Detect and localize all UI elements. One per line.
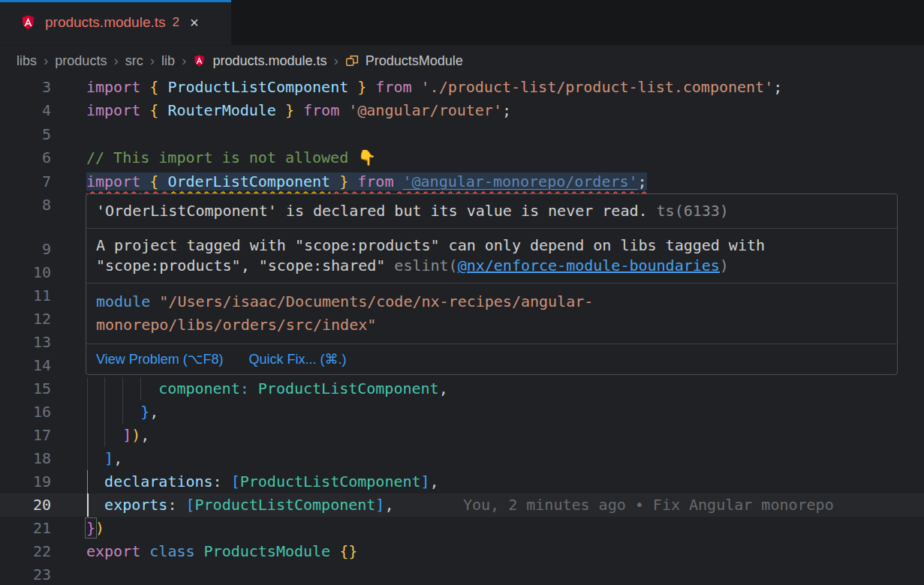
line-number-17[interactable]: 17 <box>0 424 51 447</box>
code-token <box>86 496 104 514</box>
code-token: ] <box>122 426 131 444</box>
code-token <box>140 101 149 119</box>
hover-row: "scope:products", "scope:shared" eslint(… <box>96 256 887 276</box>
breadcrumb-item-symbol[interactable]: ProductsModule <box>366 53 463 69</box>
code-token <box>86 380 158 398</box>
line-number-11[interactable]: 11 <box>0 284 51 308</box>
code-line-15[interactable]: component: ProductListComponent, <box>86 377 448 400</box>
chevron-right-icon: › <box>44 52 48 69</box>
code-token: RouterModule <box>167 101 276 119</box>
code-line-19[interactable]: declarations: [ProductListComponent], <box>86 470 439 494</box>
code-token: ) <box>131 426 140 444</box>
code-token <box>86 472 104 490</box>
line-number-22[interactable]: 22 <box>0 540 51 563</box>
code-token <box>86 403 140 421</box>
chevron-right-icon: › <box>182 52 186 69</box>
code-token: } <box>86 519 95 537</box>
line-number-7[interactable]: 7 <box>0 170 51 194</box>
code-line-16[interactable]: }, <box>86 400 158 424</box>
code-token <box>393 172 402 190</box>
code-token: component <box>158 380 239 398</box>
line-number-12[interactable]: 12 <box>0 308 51 331</box>
line-number-14[interactable]: 14 <box>0 354 51 377</box>
line-number-16[interactable]: 16 <box>0 400 51 424</box>
hover-text: module <box>96 292 159 310</box>
code-token <box>158 172 167 190</box>
hover-section-2: A project tagged with "scope:products" c… <box>86 229 897 284</box>
breadcrumb-item-products[interactable]: products <box>55 53 107 69</box>
close-icon[interactable]: × <box>190 14 199 32</box>
code-token: import <box>86 78 140 96</box>
line-number-23[interactable]: 23 <box>0 563 51 585</box>
breadcrumb-item-libs[interactable]: libs <box>17 53 37 69</box>
code-token: ; <box>638 172 647 190</box>
problem-hover: 'OrderListComponent' is declared but its… <box>86 194 898 375</box>
code-token: : <box>213 472 231 490</box>
code-token <box>330 172 339 190</box>
code-line-20[interactable]: exports: [ProductListComponent], <box>86 494 393 517</box>
code-token: ProductListComponent <box>167 78 348 96</box>
line-number-15[interactable]: 15 <box>0 377 51 400</box>
quick-fix-button[interactable]: Quick Fix... (⌘.) <box>248 351 346 368</box>
code-token: { <box>149 101 158 119</box>
git-blame-annotation[interactable]: You, 2 minutes ago • Fix Angular monorep… <box>463 494 834 517</box>
code-token <box>195 542 204 560</box>
code-token <box>348 78 357 96</box>
code-token: ] <box>375 496 384 514</box>
line-number-6[interactable]: 6 <box>0 146 51 170</box>
line-number-13[interactable]: 13 <box>0 331 51 354</box>
tab-bar: products.module.ts 2 × <box>0 0 924 46</box>
code-token <box>276 101 285 119</box>
breadcrumb-item-lib[interactable]: lib <box>161 53 175 69</box>
code-line-18[interactable]: ], <box>86 447 122 470</box>
code-token: } <box>357 78 366 96</box>
vscode-editor-window: products.module.ts 2 × libs › products ›… <box>0 0 924 585</box>
code-line-4[interactable]: import { RouterModule } from '@angular/r… <box>86 99 511 122</box>
code-token <box>158 101 167 119</box>
line-number-20[interactable]: 20 <box>0 494 51 517</box>
code-token: , <box>113 449 122 467</box>
line-number-4[interactable]: 4 <box>0 99 51 122</box>
code-token <box>86 449 104 467</box>
code-token: { <box>149 172 158 190</box>
line-number-5[interactable]: 5 <box>0 123 51 146</box>
code-token: , <box>149 403 158 421</box>
symbol-class-icon <box>345 54 359 68</box>
code-token: ; <box>502 101 511 119</box>
hover-actions: View Problem (⌥F8) Quick Fix... (⌘.) <box>86 344 897 374</box>
line-number-3[interactable]: 3 <box>0 76 51 99</box>
line-number-19[interactable]: 19 <box>0 470 51 494</box>
code-token <box>140 78 149 96</box>
line-number-21[interactable]: 21 <box>0 517 51 540</box>
angular-icon <box>20 14 36 31</box>
code-token: ProductListComponent <box>240 472 421 490</box>
code-token: declarations <box>104 472 213 490</box>
line-number-9[interactable]: 9 <box>0 238 51 261</box>
tab-problem-count-badge: 2 <box>173 15 179 30</box>
line-number-8[interactable]: 8 <box>0 194 51 217</box>
code-token: : <box>240 380 249 398</box>
breadcrumb-item-src[interactable]: src <box>125 53 143 69</box>
angular-icon <box>193 54 206 68</box>
code-line-6[interactable]: // This import is not allowed 👇 <box>86 146 376 170</box>
code-token <box>294 101 303 119</box>
view-problem-button[interactable]: View Problem (⌥F8) <box>96 351 223 368</box>
code-token <box>330 542 339 560</box>
code-line-22[interactable]: export class ProductsModule {} <box>86 540 357 563</box>
code-token: import <box>86 172 140 190</box>
breadcrumb-item-file[interactable]: products.module.ts <box>212 53 327 69</box>
code-token <box>140 172 149 190</box>
code-token: , <box>140 426 149 444</box>
code-token: exports <box>104 496 167 514</box>
code-line-3[interactable]: import { ProductListComponent } from './… <box>86 76 782 99</box>
code-token: import <box>86 101 140 119</box>
tab-products-module[interactable]: products.module.ts 2 × <box>0 0 231 45</box>
code-line-7[interactable]: import { OrderListComponent } from '@ang… <box>86 170 647 194</box>
eslint-rule-link[interactable]: @nx/enforce-module-boundaries <box>458 256 720 274</box>
line-number-18[interactable]: 18 <box>0 447 51 470</box>
line-number-10[interactable]: 10 <box>0 261 51 284</box>
code-line-17[interactable]: ]), <box>86 424 149 447</box>
code-token: , <box>384 496 393 514</box>
code-token: export <box>86 542 140 560</box>
code-line-21[interactable]: }) <box>86 517 104 540</box>
